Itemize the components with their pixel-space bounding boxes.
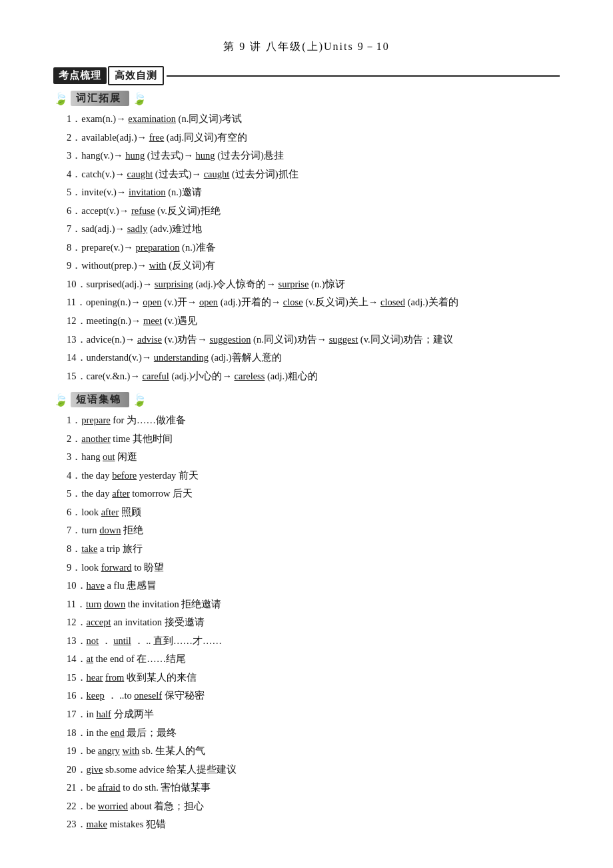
- phrase-item: 7．turn down 拒绝: [67, 521, 560, 540]
- phrase-item: 8．take a trip 旅行: [67, 540, 560, 559]
- phrase-section-title: 短语集锦: [71, 392, 129, 407]
- vocab-item: 12．meeting(n.)→ meet (v.)遇见: [67, 312, 560, 331]
- phrase-subsection-header: 🍃 短语集锦 🍃: [53, 392, 560, 407]
- page: 第 9 讲 八年级(上)Units 9－10 考点梳理 高效自测 🍃 词汇拓展 …: [0, 0, 613, 868]
- vocab-item: 2．available(adj.)→ free (adj.同义词)有空的: [67, 129, 560, 147]
- vocab-item: 13．advice(n.)→ advise (v.)劝告→ suggestion…: [67, 331, 560, 349]
- section-header: 考点梳理 高效自测: [53, 66, 560, 85]
- leaf-icon-left: 🍃: [53, 91, 68, 106]
- phrase-item: 4．the day before yesterday 前天: [67, 467, 560, 485]
- leaf-icon-right2: 🍃: [132, 393, 147, 407]
- phrase-item: 21．be afraid to do sth. 害怕做某事: [67, 779, 560, 797]
- phrase-item: 16．keep ． ..to oneself 保守秘密: [67, 687, 560, 705]
- vocab-item: 5．invite(v.)→ invitation (n.)邀请: [67, 183, 560, 202]
- phrase-item: 1．prepare for 为……做准备: [67, 411, 560, 430]
- vocab-item: 14．understand(v.)→ understanding (adj.)善…: [67, 349, 560, 367]
- phrase-item: 14．at the end of 在……结尾: [67, 650, 560, 669]
- leaf-icon-right: 🍃: [132, 91, 147, 106]
- phrase-item: 9．look forward to 盼望: [67, 559, 560, 577]
- phrase-item: 13．not ． until ． .. 直到……才……: [67, 632, 560, 651]
- vocab-list: 1．exam(n.)→ examination (n.同义词)考试2．avail…: [53, 110, 560, 385]
- phrase-item: 6．look after 照顾: [67, 503, 560, 522]
- vocab-item: 6．accept(v.)→ refuse (v.反义词)拒绝: [67, 202, 560, 221]
- page-title: 第 9 讲 八年级(上)Units 9－10: [53, 40, 560, 54]
- kaodian-label: 考点梳理: [53, 67, 107, 84]
- vocab-item: 11．opening(n.)→ open (v.)开→ open (adj.)开…: [67, 293, 560, 312]
- vocab-item: 15．care(v.&n.)→ careful (adj.)小心的→ carel…: [67, 367, 560, 386]
- vocab-subsection-header: 🍃 词汇拓展 🍃: [53, 91, 560, 106]
- phrase-item: 2．another time 其他时间: [67, 430, 560, 449]
- phrase-item: 11．turn down the invitation 拒绝邀请: [67, 595, 560, 614]
- phrase-item: 22．be worried about 着急；担心: [67, 797, 560, 816]
- vocab-section-title: 词汇拓展: [71, 91, 129, 106]
- vocab-item: 3．hang(v.)→ hung (过去式)→ hung (过去分词)悬挂: [67, 147, 560, 165]
- phrase-item: 3．hang out 闲逛: [67, 448, 560, 467]
- vocab-item: 4．catch(v.)→ caught (过去式)→ caught (过去分词)…: [67, 165, 560, 184]
- phrase-item: 5．the day after tomorrow 后天: [67, 485, 560, 503]
- vocab-item: 8．prepare(v.)→ preparation (n.)准备: [67, 239, 560, 257]
- phrase-list: 1．prepare for 为……做准备2．another time 其他时间3…: [53, 411, 560, 834]
- phrase-item: 18．in the end 最后；最终: [67, 724, 560, 743]
- vocab-item: 1．exam(n.)→ examination (n.同义词)考试: [67, 110, 560, 129]
- phrase-item: 23．make mistakes 犯错: [67, 815, 560, 834]
- vocab-item: 7．sad(adj.)→ sadly (adv.)难过地: [67, 220, 560, 239]
- phrase-item: 15．hear from 收到某人的来信: [67, 669, 560, 687]
- phrase-item: 20．give sb.some advice 给某人提些建议: [67, 761, 560, 779]
- leaf-icon-left2: 🍃: [53, 393, 68, 407]
- vocab-item: 10．surprised(adj.)→ surprising (adj.)令人惊…: [67, 275, 560, 294]
- section-divider: [167, 75, 560, 77]
- phrase-item: 19．be angry with sb. 生某人的气: [67, 742, 560, 761]
- phrase-item: 10．have a flu 患感冒: [67, 577, 560, 595]
- phrase-item: 12．accept an invitation 接受邀请: [67, 613, 560, 632]
- gaoxiao-label: 高效自测: [108, 66, 164, 85]
- vocab-item: 9．without(prep.)→ with (反义词)有: [67, 257, 560, 275]
- phrase-item: 17．in half 分成两半: [67, 705, 560, 724]
